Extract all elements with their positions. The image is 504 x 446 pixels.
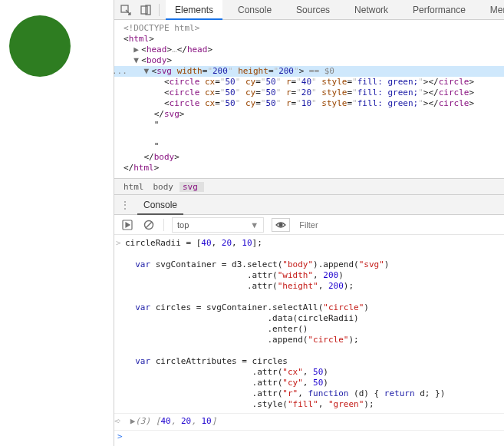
tab-memory[interactable]: Memory bbox=[481, 0, 504, 20]
dom-line[interactable]: ▶<head>…</head> bbox=[114, 45, 504, 55]
dom-line[interactable]: </html> bbox=[114, 163, 504, 173]
dom-line[interactable]: <!DOCTYPE html> bbox=[114, 23, 504, 34]
rendered-svg-circle bbox=[9, 15, 71, 77]
console-line[interactable] bbox=[114, 292, 504, 302]
console-line[interactable]: circleRadii = [40, 20, 10]; bbox=[114, 238, 504, 249]
crumb-html[interactable]: html bbox=[120, 182, 150, 192]
context-select[interactable]: top ▼ bbox=[172, 217, 264, 233]
console-toolbar: top ▼ bbox=[114, 215, 504, 235]
tab-console[interactable]: Console bbox=[229, 0, 281, 20]
svg-point-7 bbox=[279, 223, 282, 226]
play-icon[interactable] bbox=[120, 218, 134, 232]
console-line[interactable]: .append("circle"); bbox=[114, 335, 504, 345]
dom-line-selected[interactable]: ▼<svg width="200" height="200"> == $0 bbox=[114, 66, 504, 77]
inspect-icon[interactable] bbox=[119, 3, 133, 17]
dom-line[interactable]: <circle cx="50" cy="50" r="20" style="fi… bbox=[114, 88, 504, 98]
console-result[interactable]: ▶(3) [40, 20, 10] bbox=[114, 413, 504, 427]
svg-rect-1 bbox=[141, 6, 147, 14]
dom-line[interactable]: </body> bbox=[114, 152, 504, 163]
crumb-body[interactable]: body bbox=[150, 182, 180, 192]
console-line[interactable] bbox=[114, 249, 504, 259]
page-viewport bbox=[0, 0, 114, 446]
tab-sources[interactable]: Sources bbox=[287, 0, 339, 20]
devtools-toolbar: Elements Console Sources Network Perform… bbox=[114, 0, 504, 20]
tab-elements[interactable]: Elements bbox=[166, 0, 222, 20]
filter-input[interactable] bbox=[298, 220, 390, 230]
caret-right-icon[interactable]: ▶ bbox=[133, 45, 141, 55]
caret-down-icon[interactable]: ▼ bbox=[144, 66, 152, 77]
chevron-down-icon: ▼ bbox=[250, 220, 259, 230]
dom-line[interactable]: <circle cx="50" cy="50" r="10" style="fi… bbox=[114, 98, 504, 109]
console-line[interactable]: var circles = svgContainer.selectAll("ci… bbox=[114, 302, 504, 313]
dom-line[interactable]: ▼<body> bbox=[114, 55, 504, 66]
console-line[interactable] bbox=[114, 345, 504, 356]
console-line[interactable]: .attr("width", 200) bbox=[114, 270, 504, 281]
console-line[interactable]: .enter() bbox=[114, 324, 504, 335]
console-drawer-tabs: ⋮ Console bbox=[114, 195, 504, 215]
console-line[interactable]: .attr("cx", 50) bbox=[114, 367, 504, 378]
console-line[interactable]: var circleAttributes = circles bbox=[114, 356, 504, 367]
breadcrumb: html body svg bbox=[114, 178, 504, 195]
live-expression-icon[interactable] bbox=[272, 218, 290, 232]
devtools-panel: Elements Console Sources Network Perform… bbox=[114, 0, 504, 446]
console-output[interactable]: circleRadii = [40, 20, 10]; var svgConta… bbox=[114, 235, 504, 446]
crumb-svg[interactable]: svg bbox=[180, 182, 204, 192]
console-line[interactable]: .style("fill", "green"); bbox=[114, 399, 504, 410]
dom-line[interactable] bbox=[114, 130, 504, 141]
dom-line[interactable]: <html> bbox=[114, 34, 504, 45]
dom-line[interactable]: <circle cx="50" cy="50" r="40" style="fi… bbox=[114, 77, 504, 88]
tab-performance[interactable]: Performance bbox=[404, 0, 475, 20]
dom-line[interactable]: " bbox=[114, 120, 504, 130]
console-prompt[interactable]: > bbox=[114, 430, 504, 442]
svg-rect-2 bbox=[146, 5, 150, 15]
console-line[interactable]: .attr("cy", 50) bbox=[114, 378, 504, 388]
elements-tree: <!DOCTYPE html> <html> ▶<head>…</head> ▼… bbox=[114, 20, 504, 178]
drawer-tab-console[interactable]: Console bbox=[137, 195, 183, 215]
kebab-icon[interactable]: ⋮ bbox=[119, 200, 131, 210]
doctype: <!DOCTYPE html> bbox=[124, 23, 199, 33]
console-line[interactable]: .attr("height", 200); bbox=[114, 281, 504, 292]
svg-line-6 bbox=[146, 222, 152, 228]
dom-line[interactable]: </svg> bbox=[114, 109, 504, 120]
tab-network[interactable]: Network bbox=[345, 0, 397, 20]
console-line[interactable]: var svgContainer = d3.select("body").app… bbox=[114, 259, 504, 270]
svg-marker-4 bbox=[126, 223, 130, 227]
context-value: top bbox=[177, 220, 189, 230]
dom-line[interactable]: " bbox=[114, 141, 504, 152]
console-line[interactable]: .attr("r", function (d) { return d; }) bbox=[114, 388, 504, 399]
console-line[interactable]: .data(circleRadii) bbox=[114, 313, 504, 324]
caret-down-icon[interactable]: ▼ bbox=[133, 55, 141, 66]
clear-console-icon[interactable] bbox=[142, 218, 156, 232]
device-toggle-icon[interactable] bbox=[139, 3, 153, 17]
